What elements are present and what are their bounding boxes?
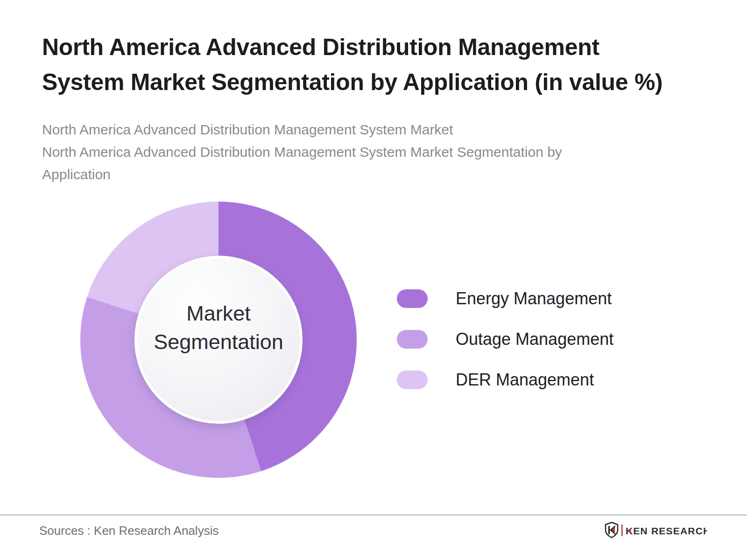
legend-label-energy-management: Energy Management: [456, 289, 612, 308]
logo-separator-bar: [621, 525, 623, 536]
donut-center: Market Segmentation: [134, 256, 303, 424]
legend-item-outage-management: Outage Management: [397, 330, 613, 349]
subtitle-line-2: North America Advanced Distribution Mana…: [42, 141, 562, 163]
donut-center-label-line-1: Market: [154, 299, 283, 328]
source-attribution: Sources : Ken Research Analysis: [39, 524, 218, 538]
chart-legend: Energy Management Outage Management DER …: [397, 289, 613, 411]
legend-swatch-outage-management: [397, 330, 428, 349]
legend-item-der-management: DER Management: [397, 371, 613, 389]
page-title-line-1: North America Advanced Distribution Mana…: [42, 30, 662, 65]
legend-label-outage-management: Outage Management: [456, 329, 613, 349]
donut-center-label: Market Segmentation: [154, 299, 283, 356]
legend-label-der-management: DER Management: [456, 370, 594, 390]
page-title: North America Advanced Distribution Mana…: [42, 30, 662, 100]
infographic-page: North America Advanced Distribution Mana…: [0, 0, 747, 560]
donut-chart: Market Segmentation: [80, 202, 357, 478]
donut-center-label-line-2: Segmentation: [154, 328, 283, 356]
page-title-line-2: System Market Segmentation by Applicatio…: [42, 65, 662, 100]
ken-research-shield-k-icon: [606, 523, 618, 538]
logo-brand-text: KEN RESEARCH: [626, 525, 707, 536]
legend-swatch-energy-management: [397, 289, 428, 308]
legend-item-energy-management: Energy Management: [397, 289, 613, 308]
subtitle-line-1: North America Advanced Distribution Mana…: [42, 119, 562, 141]
footer-divider: [0, 514, 747, 516]
page-subtitle: North America Advanced Distribution Mana…: [42, 119, 562, 186]
legend-swatch-der-management: [397, 371, 428, 389]
ken-research-logo: KEN RESEARCH: [604, 521, 707, 539]
subtitle-line-3: Application: [42, 163, 562, 186]
